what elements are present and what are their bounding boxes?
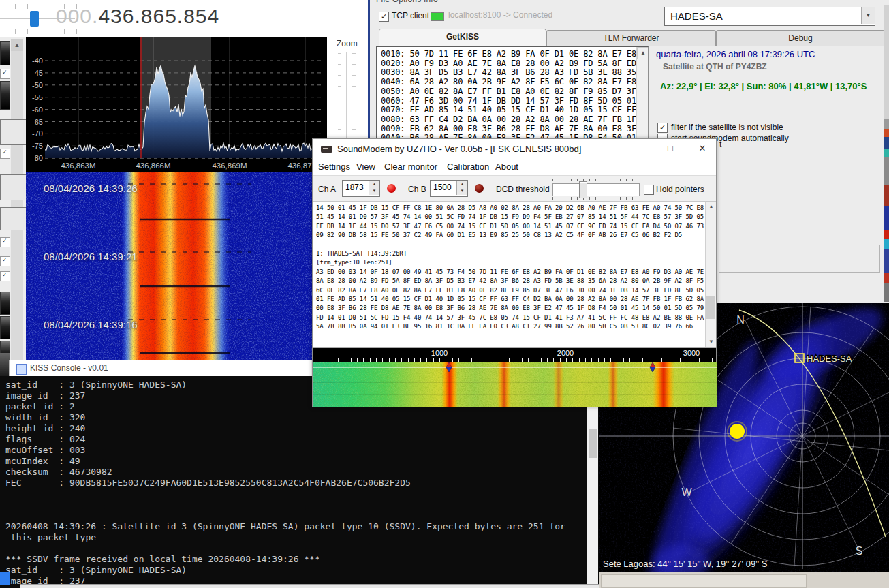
menu-view[interactable]: View xyxy=(356,161,375,172)
desktop: 000.436.865.854 ▲ Zoom xyxy=(0,0,889,588)
menu-items[interactable]: File Options Info xyxy=(376,0,438,4)
sdr-sidebar-scrollbar[interactable]: ▲ xyxy=(11,39,23,371)
console-output[interactable]: sat_id : 3 (SpinnyONE HADES-SA) image id… xyxy=(0,376,599,588)
channel-a-frequency-stepper[interactable]: 1873 ▲▼ xyxy=(342,180,380,197)
channel-b-label: Ch B xyxy=(408,185,426,194)
zoom-slider-label: Zoom xyxy=(337,39,358,48)
scroll-down-icon[interactable]: ▼ xyxy=(706,337,716,348)
hex-dump-text: 0010: 50 7D 11 FE 6F E8 A2 B9 FA 0F D1 0… xyxy=(381,50,636,143)
soundmodem-waterfall[interactable] xyxy=(313,362,717,407)
waterfall-timestamp: 08/04/2026 14:39:16 xyxy=(44,319,138,330)
frequency-readout[interactable]: 000.436.865.854 xyxy=(56,5,219,28)
monitor-scrollbar[interactable]: ▲ ▼ xyxy=(705,202,716,348)
tcp-client-checkbox[interactable]: ✓ xyxy=(379,12,389,22)
menu-calibration[interactable]: Calibration xyxy=(447,161,489,172)
sidebar-checkbox-fragment[interactable] xyxy=(0,149,10,159)
minimize-button[interactable]: — xyxy=(627,139,651,158)
close-button[interactable]: ✕ xyxy=(691,139,714,158)
ruler-tick-label: 2000 xyxy=(557,349,574,357)
packet-monitor[interactable]: 14 50 01 45 1F DB 15 CF FF C8 1E 80 0A 2… xyxy=(313,202,716,348)
spectrum-y-tick: -50 xyxy=(32,81,43,89)
spectrum-y-tick: -45 xyxy=(32,69,43,77)
channel-a-label: Ch A xyxy=(318,185,336,194)
sidebar-checkbox-fragment[interactable] xyxy=(0,237,10,247)
waterfall-timestamp: 08/04/2026 14:39:26 xyxy=(44,183,138,194)
menu-clear-monitor[interactable]: Clear monitor xyxy=(384,161,437,172)
filter-visible-label: filter if the satellite is not visible xyxy=(671,123,783,132)
sidebar-checkbox-fragment[interactable] xyxy=(0,256,10,266)
background-window-sliver xyxy=(884,119,889,302)
frequency-ruler: 1000 2000 3000 xyxy=(313,348,716,362)
clipped-label-fragment: t xyxy=(719,140,721,149)
spectrum-x-tick: 436,863M xyxy=(61,161,95,170)
scroll-up-icon[interactable]: ▲ xyxy=(11,39,23,51)
spinner-arrows-icon[interactable]: ▲▼ xyxy=(456,181,467,195)
spectrum-y-tick: -55 xyxy=(32,93,43,102)
satellite-select[interactable]: HADES-SA ▼ xyxy=(664,7,875,26)
chevron-down-icon[interactable]: ▼ xyxy=(861,7,875,24)
satellite-marker-icon[interactable] xyxy=(795,354,804,362)
dcd-slider-ticks xyxy=(552,197,638,200)
menu-about[interactable]: About xyxy=(495,161,518,172)
hold-pointers-checkbox[interactable] xyxy=(644,185,654,195)
menu-settings[interactable]: Settings xyxy=(318,161,350,172)
tracker-statusbar xyxy=(599,572,889,588)
dcd-slider-ticks xyxy=(552,179,638,181)
console-scroll-thumb[interactable] xyxy=(589,429,597,458)
spinner-arrows-icon[interactable]: ▲▼ xyxy=(369,181,379,195)
soundmodem-menubar: Settings View Clear monitor Calibration … xyxy=(313,159,716,175)
connection-led-icon xyxy=(431,12,444,21)
maximize-button[interactable]: □ xyxy=(659,139,682,158)
sidebar-button-fragment[interactable] xyxy=(0,316,10,339)
satellite-marker-label[interactable]: HADES-SA xyxy=(807,354,852,364)
sdr-waterfall[interactable] xyxy=(26,172,327,360)
tab-debug[interactable]: Debug xyxy=(716,30,885,46)
sidebar-checkbox-fragment[interactable] xyxy=(0,69,10,79)
spectrum-plot[interactable]: -40-45-50-55-60-65-70-75-80 436,863M436,… xyxy=(26,37,327,172)
frequency-leading-zeros: 000. xyxy=(56,5,98,27)
hold-pointers-label: Hold pointers xyxy=(656,185,704,194)
taskbar-sliver xyxy=(20,584,599,588)
frequency-panel: 000.436.865.854 xyxy=(0,0,368,37)
spectrum-y-tick: -70 xyxy=(32,129,43,138)
dcd-led-a-icon xyxy=(387,184,396,193)
sidebar-button-fragment[interactable] xyxy=(0,292,10,315)
tab-getkiss[interactable]: GetKISS xyxy=(379,29,546,46)
window-edge xyxy=(884,5,889,119)
spectrum-x-tick: 436,869M xyxy=(212,161,247,170)
channel-b-frequency-stepper[interactable]: 1500 ▲▼ xyxy=(430,180,468,197)
kiss-console-titlebar[interactable]: KISS Console - v0.01 xyxy=(9,360,315,377)
monitor-scroll-thumb[interactable] xyxy=(706,296,715,319)
groupbox-edge xyxy=(879,245,880,273)
qth-group-title: Satellite at QTH of PY4ZBZ xyxy=(660,62,770,72)
dcd-threshold-slider[interactable] xyxy=(552,183,640,196)
spectrum-x-tick: 436,866M xyxy=(136,161,170,170)
console-text: sat_id : 3 (SpinnyONE HADES-SA) image id… xyxy=(5,380,565,587)
qth-groupbox: Satellite at QTH of PY4ZBZ Az: 22,9° | E… xyxy=(653,67,886,102)
gain-slider-ticks-bottom xyxy=(3,29,78,34)
console-cursor xyxy=(0,572,10,585)
soundmodem-controls: Ch A 1873 ▲▼ Ch B 1500 ▲▼ DCD threshold … xyxy=(313,175,716,202)
tab-tlm-forwarder[interactable]: TLM Forwarder xyxy=(546,30,716,46)
dcd-led-b-icon xyxy=(475,184,484,193)
dcd-threshold-label: DCD threshold xyxy=(496,185,550,194)
sidebar-button-fragment[interactable] xyxy=(0,41,10,65)
soundmodem-title: SoundModem by UZ7HO - Ver 0.05b - [FSK G… xyxy=(337,144,581,154)
sidebar-button-fragment[interactable] xyxy=(0,81,10,110)
sdr-sidebar: ▲ xyxy=(0,37,27,376)
spectrum-y-tick: -65 xyxy=(32,118,43,126)
menu-bar[interactable]: File Options Info xyxy=(371,0,609,5)
filter-visible-checkbox[interactable]: ✓ xyxy=(657,123,668,133)
gain-slider-thumb[interactable] xyxy=(30,11,39,27)
connection-status: localhost:8100 -> Connected xyxy=(448,10,552,20)
console-scrollbar[interactable] xyxy=(587,376,598,588)
scroll-up-icon[interactable]: ▲ xyxy=(706,202,716,213)
scroll-up-icon[interactable]: ▲ xyxy=(637,47,649,59)
soundmodem-titlebar[interactable]: SoundModem by UZ7HO - Ver 0.05b - [FSK G… xyxy=(313,139,716,159)
ruler-tick-label: 1000 xyxy=(431,349,448,357)
dcd-threshold-thumb[interactable] xyxy=(579,181,587,198)
spectrum-y-tick: -75 xyxy=(32,142,43,150)
soundmodem-window: SoundModem by UZ7HO - Ver 0.05b - [FSK G… xyxy=(312,138,717,407)
spectrum-y-tick: -40 xyxy=(32,57,43,65)
sidebar-checkbox-fragment[interactable] xyxy=(0,271,10,281)
